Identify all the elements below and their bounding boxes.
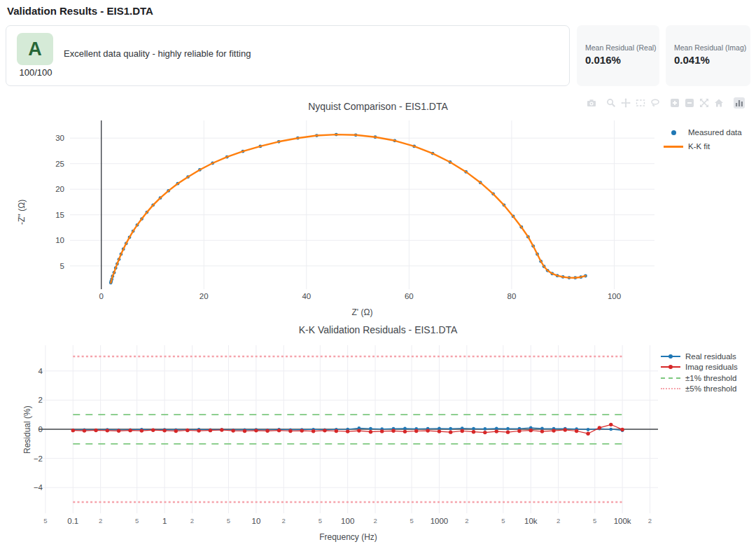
threshold-5pct-line-icon bbox=[661, 388, 680, 389]
svg-text:20: 20 bbox=[55, 185, 64, 193]
residuals-plot-area[interactable]: −4−20240.1110100100010k100k5252525252525… bbox=[0, 319, 756, 549]
nyquist-x-axis-title: Z' (Ω) bbox=[70, 307, 654, 317]
svg-text:5: 5 bbox=[227, 517, 230, 524]
nyquist-chart: Nyquist Comparison - EIS1.DTA 5101520253… bbox=[0, 95, 756, 319]
svg-text:2: 2 bbox=[190, 517, 194, 524]
svg-text:5: 5 bbox=[410, 517, 413, 524]
svg-text:1000: 1000 bbox=[430, 517, 449, 525]
legend-item-real-residuals[interactable]: Real residuals bbox=[661, 351, 738, 362]
svg-text:2: 2 bbox=[556, 517, 560, 524]
svg-text:5: 5 bbox=[43, 517, 47, 524]
validation-results-page: Validation Results - EIS1.DTA A 100/100 … bbox=[0, 0, 756, 549]
legend-label: ±1% threshold bbox=[685, 374, 736, 382]
svg-text:15: 15 bbox=[55, 211, 64, 219]
svg-text:80: 80 bbox=[507, 292, 517, 300]
measured-data-marker-icon bbox=[671, 130, 676, 135]
legend-label: Measured data bbox=[688, 128, 742, 137]
gridlines bbox=[70, 120, 654, 289]
threshold-1pct-line-icon bbox=[661, 377, 680, 379]
metric-card-imag: Mean Residual (Imag) 0.041% bbox=[666, 25, 750, 86]
svg-text:2: 2 bbox=[648, 517, 652, 524]
svg-text:10k: 10k bbox=[524, 517, 538, 525]
legend-label: ±5% threshold bbox=[685, 384, 736, 393]
page-title: Validation Results - EIS1.DTA bbox=[7, 5, 153, 17]
legend-item-kk-fit[interactable]: K-K fit bbox=[662, 139, 742, 153]
svg-text:10: 10 bbox=[251, 517, 260, 525]
svg-text:5: 5 bbox=[318, 517, 322, 524]
residuals-chart: K-K Validation Residuals - EIS1.DTA −4−2… bbox=[0, 319, 756, 549]
svg-text:10: 10 bbox=[55, 236, 64, 244]
residuals-legend: Real residuals Imag residuals ±1% thresh… bbox=[661, 351, 738, 394]
svg-text:60: 60 bbox=[405, 292, 414, 300]
svg-text:5: 5 bbox=[60, 262, 64, 270]
svg-text:5: 5 bbox=[593, 517, 596, 524]
svg-text:40: 40 bbox=[302, 292, 311, 300]
legend-label: Imag residuals bbox=[685, 363, 738, 371]
metric-card-real: Mean Residual (Real) 0.016% bbox=[577, 25, 659, 86]
svg-text:30: 30 bbox=[55, 134, 64, 142]
svg-text:4: 4 bbox=[38, 367, 43, 375]
svg-text:0: 0 bbox=[38, 425, 43, 433]
quality-score: 100/100 bbox=[17, 67, 55, 78]
svg-text:2: 2 bbox=[38, 396, 43, 404]
quality-description: Excellent data quality - highly reliable… bbox=[64, 48, 251, 59]
svg-text:−4: −4 bbox=[34, 483, 43, 492]
metric-value-real: 0.016% bbox=[585, 54, 657, 66]
nyquist-plot-area[interactable]: 51015202530020406080100 bbox=[0, 95, 756, 319]
quality-card: A 100/100 Excellent data quality - highl… bbox=[6, 25, 570, 86]
legend-item-5pct-threshold[interactable]: ±5% threshold bbox=[661, 384, 738, 395]
legend-label: K-K fit bbox=[688, 142, 710, 151]
svg-text:5: 5 bbox=[501, 517, 505, 524]
svg-text:2: 2 bbox=[99, 517, 102, 524]
kk-fit-line-icon bbox=[664, 146, 683, 148]
legend-label: Real residuals bbox=[685, 352, 736, 361]
metric-label-imag: Mean Residual (Imag) bbox=[674, 43, 746, 52]
svg-text:100: 100 bbox=[341, 517, 354, 525]
svg-text:5: 5 bbox=[135, 517, 139, 524]
axis-tick-labels: 51015202530020406080100 bbox=[55, 134, 621, 300]
svg-text:100k: 100k bbox=[614, 517, 631, 525]
residuals-x-axis-title: Frequency (Hz) bbox=[38, 532, 658, 542]
metric-label-real: Mean Residual (Real) bbox=[585, 43, 657, 52]
svg-text:2: 2 bbox=[373, 517, 377, 524]
svg-text:−2: −2 bbox=[34, 454, 43, 463]
svg-text:2: 2 bbox=[465, 517, 468, 524]
legend-item-measured-data[interactable]: Measured data bbox=[662, 125, 742, 139]
svg-text:0.1: 0.1 bbox=[67, 517, 78, 525]
svg-text:20: 20 bbox=[200, 292, 209, 300]
kk-fit-series bbox=[111, 134, 585, 283]
svg-text:0: 0 bbox=[99, 292, 103, 300]
grade-badge-column: A 100/100 bbox=[17, 33, 55, 78]
residuals-y-axis-title: Residual (%) bbox=[22, 405, 32, 454]
measured-data-series bbox=[109, 133, 587, 285]
metric-value-imag: 0.041% bbox=[674, 54, 746, 66]
svg-text:100: 100 bbox=[608, 292, 621, 300]
legend-item-imag-residuals[interactable]: Imag residuals bbox=[661, 362, 738, 373]
svg-text:1: 1 bbox=[162, 517, 167, 525]
grade-badge: A bbox=[17, 33, 53, 65]
svg-text:25: 25 bbox=[55, 160, 64, 168]
nyquist-y-axis-title: -Z'' (Ω) bbox=[17, 200, 27, 225]
legend-item-1pct-threshold[interactable]: ±1% threshold bbox=[661, 373, 738, 384]
nyquist-legend: Measured data K-K fit bbox=[662, 125, 742, 153]
svg-text:2: 2 bbox=[282, 517, 286, 524]
